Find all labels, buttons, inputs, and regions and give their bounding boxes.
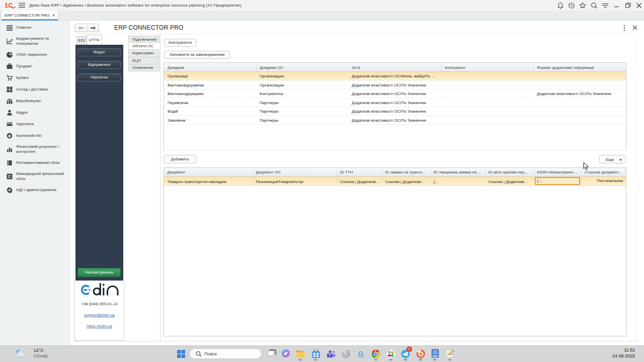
svg-text:C: C — [8, 174, 12, 179]
svg-text:T: T — [329, 353, 331, 357]
svg-text:ЕДО: ЕДО — [432, 354, 438, 357]
svg-text:₴: ₴ — [8, 134, 11, 138]
